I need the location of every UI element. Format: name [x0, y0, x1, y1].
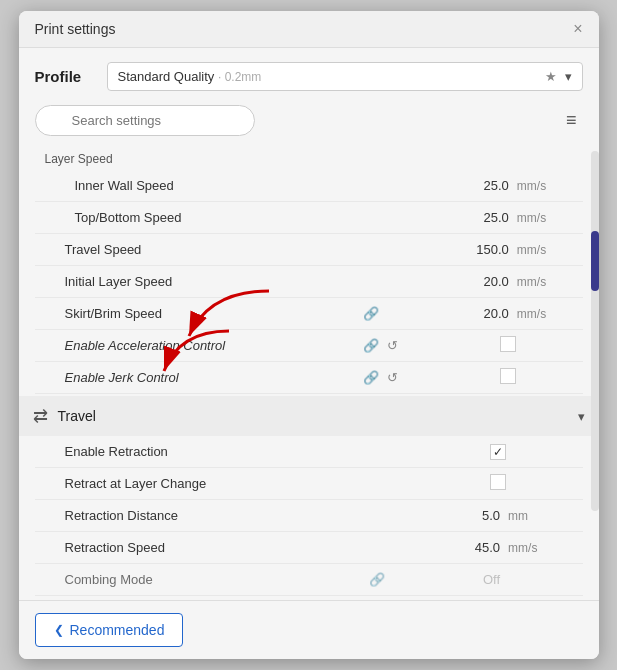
setting-retraction: Enable Retraction: [35, 436, 364, 468]
setting-retract-layer-change: Retract at Layer Change: [35, 468, 364, 500]
profile-dropdown[interactable]: Standard Quality · 0.2mm ★ ▾: [107, 62, 583, 91]
table-row: Inner Wall Speed 25.0 mm/s: [35, 170, 583, 202]
setting-retraction-distance: Retraction Distance: [35, 500, 364, 532]
setting-icons-cell: [357, 170, 433, 202]
chevron-left-icon: ❮: [54, 623, 64, 637]
setting-inner-wall-speed: Inner Wall Speed: [35, 170, 357, 202]
search-row: 🔍 ≡: [35, 105, 583, 136]
table-row: Enable Acceleration Control 🔗 ↺: [35, 330, 583, 362]
setting-value-skirt-brim[interactable]: 20.0: [433, 298, 513, 330]
profile-label: Profile: [35, 68, 95, 85]
setting-icons-cell: [357, 234, 433, 266]
travel-section-title: Travel: [58, 408, 96, 424]
setting-unit-retraction-distance: mm: [504, 500, 582, 532]
table-row: Enable Jerk Control 🔗 ↺: [35, 362, 583, 394]
footer: ❮ Recommended: [19, 600, 599, 659]
setting-unit-travel: mm/s: [513, 234, 583, 266]
setting-value-inner-wall[interactable]: 25.0: [433, 170, 513, 202]
title-bar: Print settings ×: [19, 11, 599, 48]
setting-icons-cell-jerk: 🔗 ↺: [357, 362, 433, 394]
checkbox-retract-layer[interactable]: [490, 474, 506, 490]
link-icon-skirt[interactable]: 🔗: [361, 304, 381, 323]
setting-value-combing[interactable]: Off: [414, 564, 504, 596]
reset-icon-accel[interactable]: ↺: [385, 336, 400, 355]
scrollbar[interactable]: [591, 151, 599, 511]
checkbox-jerk[interactable]: [500, 368, 516, 384]
setting-unit-skirt-brim: mm/s: [513, 298, 583, 330]
travel-chevron-icon: ▾: [578, 409, 585, 424]
checkbox-accel[interactable]: [500, 336, 516, 352]
table-row: Travel Speed 150.0 mm/s: [35, 234, 583, 266]
setting-icons-cell: [363, 500, 414, 532]
table-row: Initial Layer Speed 20.0 mm/s: [35, 266, 583, 298]
profile-row: Profile Standard Quality · 0.2mm ★ ▾: [35, 62, 583, 91]
setting-accel-control: Enable Acceleration Control: [35, 330, 357, 362]
setting-unit-initial-layer: mm/s: [513, 266, 583, 298]
setting-icons-cell: 🔗: [357, 298, 433, 330]
setting-value-retraction-speed[interactable]: 45.0: [414, 532, 504, 564]
setting-icons-cell: [363, 468, 414, 500]
setting-top-bottom-speed: Top/Bottom Speed: [35, 202, 357, 234]
table-row: Skirt/Brim Speed 🔗 20.0 mm/s: [35, 298, 583, 330]
setting-icons-cell: [363, 532, 414, 564]
checkbox-retract-layer-cell: [414, 468, 583, 500]
setting-icons-cell: [357, 202, 433, 234]
recommended-label: Recommended: [70, 622, 165, 638]
link-icon-combing[interactable]: 🔗: [367, 570, 387, 589]
menu-button[interactable]: ≡: [560, 106, 583, 135]
link-icon-jerk[interactable]: 🔗: [361, 368, 381, 387]
setting-unit-inner-wall: mm/s: [513, 170, 583, 202]
close-button[interactable]: ×: [573, 21, 582, 37]
reset-icon-jerk[interactable]: ↺: [385, 368, 400, 387]
setting-unit-combing: [504, 564, 582, 596]
profile-dropdown-sub: · 0.2mm: [218, 70, 261, 84]
setting-unit-retraction-speed: mm/s: [504, 532, 582, 564]
star-icon: ★: [545, 69, 557, 84]
profile-dropdown-text: Standard Quality: [118, 69, 215, 84]
profile-dropdown-icons: ★ ▾: [545, 69, 572, 84]
search-wrapper: 🔍: [35, 105, 552, 136]
link-icon-accel[interactable]: 🔗: [361, 336, 381, 355]
setting-combing-mode: Combing Mode: [35, 564, 364, 596]
travel-section-header[interactable]: ⇄ Travel ▾: [19, 396, 599, 436]
travel-icon: ⇄: [33, 405, 48, 427]
checkbox-accel-cell: [433, 330, 583, 362]
scrollbar-thumb[interactable]: [591, 231, 599, 291]
setting-icons-cell-accel: 🔗 ↺: [357, 330, 433, 362]
settings-table: Inner Wall Speed 25.0 mm/s Top/Bottom Sp…: [35, 170, 583, 394]
chevron-down-icon: ▾: [565, 69, 572, 84]
table-row: Retraction Speed 45.0 mm/s: [35, 532, 583, 564]
setting-skirt-brim-speed: Skirt/Brim Speed: [35, 298, 357, 330]
setting-value-retraction-distance[interactable]: 5.0: [414, 500, 504, 532]
travel-settings-table: Enable Retraction ✓ Retract at Layer Cha…: [35, 436, 583, 596]
search-input[interactable]: [35, 105, 255, 136]
travel-section-left: ⇄ Travel: [33, 405, 96, 427]
checkbox-retraction[interactable]: ✓: [490, 444, 506, 460]
recommended-button[interactable]: ❮ Recommended: [35, 613, 184, 647]
travel-settings-area: Enable Retraction ✓ Retract at Layer Cha…: [19, 436, 599, 596]
table-row: Combing Mode 🔗 Off: [35, 564, 583, 596]
setting-retraction-speed: Retraction Speed: [35, 532, 364, 564]
table-row: Top/Bottom Speed 25.0 mm/s: [35, 202, 583, 234]
layer-speed-label: Layer Speed: [35, 146, 583, 170]
setting-icons-cell-combing: 🔗: [363, 564, 414, 596]
table-row: Enable Retraction ✓: [35, 436, 583, 468]
setting-value-travel[interactable]: 150.0: [433, 234, 513, 266]
checkbox-jerk-cell: [433, 362, 583, 394]
setting-value-initial-layer[interactable]: 20.0: [433, 266, 513, 298]
setting-icons-cell: [363, 436, 414, 468]
window-title: Print settings: [35, 21, 116, 37]
checkbox-retraction-cell: ✓: [414, 436, 583, 468]
setting-initial-layer-speed: Initial Layer Speed: [35, 266, 357, 298]
setting-value-top-bottom[interactable]: 25.0: [433, 202, 513, 234]
setting-jerk-control: Enable Jerk Control: [35, 362, 357, 394]
setting-travel-speed: Travel Speed: [35, 234, 357, 266]
table-row: Retraction Distance 5.0 mm: [35, 500, 583, 532]
table-row: Retract at Layer Change: [35, 468, 583, 500]
print-settings-window: Print settings × Profile Standard Qualit…: [19, 11, 599, 659]
setting-icons-cell: [357, 266, 433, 298]
setting-unit-top-bottom: mm/s: [513, 202, 583, 234]
